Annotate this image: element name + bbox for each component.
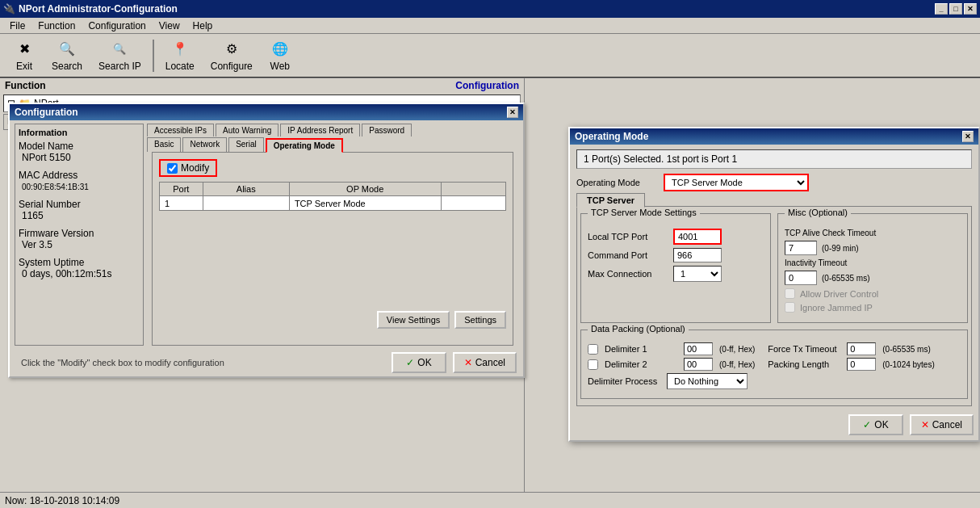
force-tx-input[interactable]: [847, 342, 876, 355]
close-btn[interactable]: ✕: [964, 3, 977, 15]
packing-length-input[interactable]: [847, 358, 876, 371]
tab-password[interactable]: Password: [362, 124, 412, 136]
col-alias: Alias: [203, 183, 289, 196]
dp-right: Force Tx Timeout (0-65535 ms) Packing Le…: [768, 340, 934, 392]
tab-auto-warning[interactable]: Auto Warning: [216, 124, 279, 136]
left-panel: Function Configuration ⊟ 📁 NPort No / Mo…: [0, 78, 525, 492]
tcp-server-tab[interactable]: TCP Server: [576, 193, 645, 208]
menu-function[interactable]: Function: [31, 19, 82, 33]
row-extra: [441, 196, 505, 211]
menu-view[interactable]: View: [153, 19, 186, 33]
status-bar: Now: 18-10-2018 10:14:09: [0, 492, 980, 508]
command-port-input[interactable]: [673, 248, 722, 262]
menu-configuration[interactable]: Configuration: [82, 19, 152, 33]
delimiter2-checkbox[interactable]: [588, 359, 598, 370]
misc-title: Misc (Optional): [785, 208, 851, 217]
alive-check-input-row: (0-99 min): [785, 241, 961, 255]
config-content: Information Model Name NPort 5150 MAC Ad…: [10, 120, 523, 349]
config-dialog-title: Configuration ✕: [10, 104, 523, 120]
alive-check-input[interactable]: [785, 241, 817, 255]
menu-file[interactable]: File: [3, 19, 31, 33]
config-close-btn[interactable]: ✕: [507, 107, 518, 118]
inactivity-input[interactable]: [785, 271, 817, 285]
force-tx-row: Force Tx Timeout (0-65535 ms): [768, 342, 934, 355]
op-ok-icon: ✓: [863, 419, 871, 430]
search-button[interactable]: 🔍 Search: [45, 36, 89, 75]
config-status-text: Click the "Modify" check box to modify c…: [16, 358, 229, 367]
delimiter1-label: Delimiter 1: [605, 344, 677, 354]
locate-label: Locate: [165, 61, 195, 72]
delimiter1-row: Delimiter 1 (0-ff, Hex): [588, 342, 755, 355]
configure-button[interactable]: ⚙ Configure: [204, 36, 259, 75]
port-table: Port Alias OP Mode 1 TCP S: [159, 182, 506, 211]
modify-checkbox-container: Modify: [159, 159, 217, 177]
force-tx-range: (0-65535 ms): [882, 345, 930, 354]
force-tx-label: Force Tx Timeout: [768, 344, 840, 354]
ignore-jammed-label: Ignore Jammed IP: [800, 303, 873, 313]
packing-length-row: Packing Length (0-1024 bytes): [768, 358, 934, 371]
configure-icon: ⚙: [222, 40, 241, 59]
minimize-btn[interactable]: _: [935, 3, 948, 15]
tab-basic[interactable]: Basic: [147, 137, 181, 152]
tab-serial[interactable]: Serial: [228, 137, 264, 152]
ok-check-icon: ✓: [406, 357, 414, 368]
exit-button[interactable]: ✖ Exit: [6, 36, 42, 75]
delimiter-process-select[interactable]: Do Nothing Strip Delimiter Append Delimi…: [667, 373, 748, 389]
alive-check-row: TCP Alive Check Timeout: [785, 229, 961, 237]
local-port-input[interactable]: [673, 229, 722, 245]
web-label: Web: [270, 61, 290, 72]
local-port-row: Local TCP Port: [588, 229, 764, 245]
config-label: Configuration: [455, 80, 519, 91]
ignore-jammed-row: Ignore Jammed IP: [785, 302, 961, 313]
menu-help[interactable]: Help: [186, 19, 220, 33]
delimiter1-input[interactable]: [684, 342, 713, 355]
tab-accessible-ips[interactable]: Accessible IPs: [147, 124, 214, 136]
web-button[interactable]: 🌐 Web: [262, 36, 298, 75]
locate-icon: 📍: [170, 40, 190, 59]
op-ok-button[interactable]: ✓ OK: [848, 414, 903, 435]
tcp-tab-content: TCP Server Mode Settings Local TCP Port …: [576, 206, 972, 406]
delimiter2-input[interactable]: [684, 358, 713, 371]
main-area: Function Configuration ⊟ 📁 NPort No / Mo…: [0, 78, 980, 492]
app-icon: 🔌: [3, 3, 15, 15]
tab-ip-address-report[interactable]: IP Address Report: [280, 124, 360, 136]
alive-check-label: TCP Alive Check Timeout: [785, 229, 890, 237]
restore-btn[interactable]: □: [949, 3, 962, 15]
toolbar-separator-1: [153, 40, 154, 72]
max-conn-select[interactable]: 1234: [673, 266, 722, 282]
op-cancel-button[interactable]: ✕ Cancel: [910, 414, 974, 435]
op-port-info: 1 Port(s) Selected. 1st port is Port 1: [576, 149, 972, 169]
delimiter1-checkbox[interactable]: [588, 344, 598, 355]
cancel-x-icon: ✕: [464, 357, 472, 368]
col-port: Port: [160, 183, 203, 196]
info-mac: MAC Address 00:90:E8:54:1B:31: [19, 170, 140, 192]
tab-network[interactable]: Network: [182, 137, 227, 152]
row-alias: [203, 196, 289, 211]
misc-group: Misc (Optional) TCP Alive Check Timeout …: [777, 213, 968, 323]
config-cancel-button[interactable]: ✕ Cancel: [453, 352, 517, 373]
search-ip-button[interactable]: 🔍 Search IP: [92, 36, 148, 75]
status-text: Now: 18-10-2018 10:14:09: [5, 495, 119, 506]
command-port-label: Command Port: [588, 250, 668, 260]
inactivity-row: Inactivity Timeout: [785, 258, 961, 267]
row-port: 1: [160, 196, 203, 211]
locate-button[interactable]: 📍 Locate: [159, 36, 201, 75]
tcp-settings-group: TCP Server Mode Settings Local TCP Port …: [580, 213, 771, 323]
configure-label: Configure: [211, 61, 253, 72]
op-close-btn[interactable]: ✕: [962, 131, 974, 142]
dp-left: Delimiter 1 (0-ff, Hex) Delimiter 2 (0-f…: [588, 340, 755, 392]
toolbar: ✖ Exit 🔍 Search 🔍 Search IP 📍 Locate ⚙ C…: [0, 34, 980, 78]
max-conn-row: Max Connection 1234: [588, 266, 764, 282]
tab-operating-mode[interactable]: Operating Mode: [266, 138, 343, 153]
panel-header: Function Configuration: [0, 78, 524, 93]
settings-button[interactable]: Settings: [454, 311, 506, 329]
info-title: Information: [19, 128, 140, 137]
data-packing-group: Data Packing (Optional) Delimiter 1 (0-f…: [580, 330, 968, 399]
config-dialog: Configuration ✕ Information Model Name N…: [8, 103, 525, 378]
modify-checkbox[interactable]: [167, 163, 178, 174]
info-firmware: Firmware Version Ver 3.5: [19, 228, 140, 250]
search-label: Search: [52, 61, 82, 72]
config-ok-button[interactable]: ✓ OK: [392, 352, 446, 373]
view-settings-button[interactable]: View Settings: [377, 311, 450, 329]
op-mode-select[interactable]: TCP Server Mode UDP Mode Real COM Mode R…: [664, 174, 809, 191]
